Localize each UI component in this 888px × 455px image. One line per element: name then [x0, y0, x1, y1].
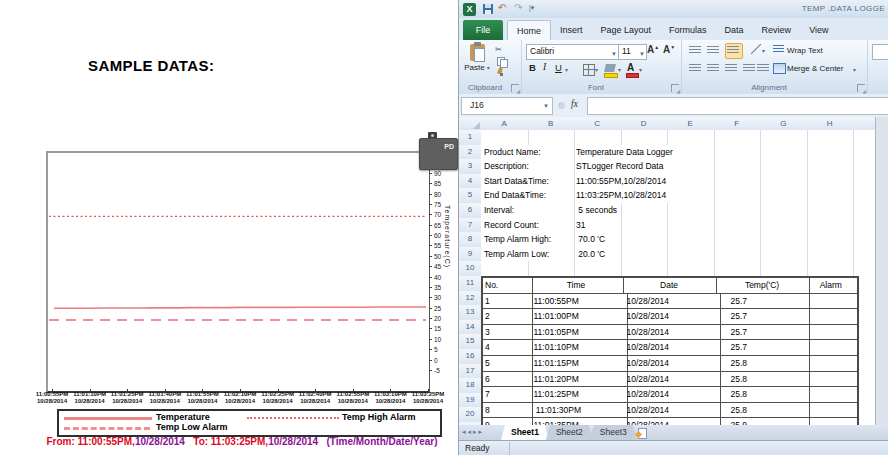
- table-row[interactable]: 611:01:20PM10/28/201425.8: [483, 372, 857, 388]
- sheet-nav-buttons[interactable]: ◂◂▸▸: [462, 428, 484, 436]
- grid-cell[interactable]: 10/28/2014: [623, 340, 721, 355]
- fill-color-icon[interactable]: [604, 64, 616, 72]
- grid-cell[interactable]: 10/28/2014: [623, 356, 721, 371]
- grid-cell[interactable]: 11:00:55PM: [530, 294, 628, 309]
- undo-icon[interactable]: ↶: [498, 2, 506, 13]
- align-bottom-button-active[interactable]: [725, 43, 743, 59]
- column-header-G[interactable]: G: [760, 117, 808, 131]
- copy-button[interactable]: [495, 56, 515, 67]
- row-header-5[interactable]: 5: [459, 188, 482, 204]
- row-header-2[interactable]: 2: [459, 145, 482, 161]
- underline-dropdown-icon[interactable]: ▾: [565, 66, 568, 73]
- row-header-11[interactable]: 11: [459, 276, 482, 292]
- grid-row[interactable]: Start Data&Time:11:00:55PM,10/28/2014: [481, 174, 876, 190]
- row-header-9[interactable]: 9: [459, 247, 482, 263]
- grid-cell[interactable]: 10/28/2014: [623, 325, 721, 340]
- tab-home[interactable]: Home: [507, 20, 551, 41]
- row-header-4[interactable]: 4: [459, 174, 482, 190]
- grid-cell[interactable]: 1: [483, 294, 533, 309]
- row-header-13[interactable]: 13: [459, 305, 482, 321]
- row-header-19[interactable]: 19: [459, 393, 482, 409]
- font-name-combo[interactable]: Calibri▼: [526, 44, 619, 60]
- grid-cell[interactable]: 25.8: [716, 356, 810, 371]
- font-size-combo[interactable]: 11▼: [618, 44, 647, 60]
- column-header-A[interactable]: A: [481, 117, 529, 131]
- column-header-D[interactable]: D: [621, 117, 669, 131]
- grid-cell[interactable]: [809, 340, 858, 355]
- grid-cell[interactable]: 7: [483, 387, 533, 402]
- grid-row[interactable]: Temp Alarm High: 70.0 'C: [481, 232, 876, 248]
- shrink-font-button[interactable]: A▼: [663, 44, 675, 55]
- number-format-combo[interactable]: [872, 44, 888, 60]
- table-row[interactable]: 711:01:25PM10/28/201425.8: [483, 387, 857, 403]
- merge-dropdown-icon[interactable]: ▾: [853, 66, 856, 73]
- quick-access-dropdown-icon[interactable]: |▾: [529, 4, 534, 12]
- align-left-button[interactable]: [689, 64, 701, 73]
- row-header-12[interactable]: 12: [459, 291, 482, 307]
- record-table-header[interactable]: No.TimeDateTemp('C)Alarm: [483, 278, 857, 294]
- underline-button[interactable]: U: [555, 62, 562, 73]
- table-row[interactable]: 311:01:05PM10/28/201425.7: [483, 325, 857, 341]
- grid-cell[interactable]: 10/28/2014: [623, 418, 721, 425]
- grow-font-button[interactable]: A▲: [647, 44, 659, 55]
- grid-cell[interactable]: 6: [483, 372, 533, 387]
- orientation-button[interactable]: [751, 44, 761, 54]
- table-row[interactable]: 111:00:55PM10/28/201425.7: [483, 294, 857, 310]
- title-bar[interactable]: X ↶ ↷ |▾ TEMP .DATA LOGGE: [459, 0, 888, 18]
- select-all-corner[interactable]: [459, 117, 482, 131]
- formula-input[interactable]: [587, 97, 888, 115]
- sheet-tab-sheet3[interactable]: Sheet3: [590, 425, 637, 440]
- row-header-10[interactable]: 10: [459, 261, 482, 277]
- tab-review[interactable]: Review: [753, 20, 801, 40]
- grid-cell[interactable]: [809, 325, 858, 340]
- grid-cell[interactable]: 2: [483, 309, 533, 324]
- grid-cell[interactable]: 3: [483, 325, 533, 340]
- align-middle-button[interactable]: [707, 46, 719, 55]
- grid-cell[interactable]: Date: [623, 278, 717, 293]
- tab-page-layout[interactable]: Page Layout: [592, 20, 661, 40]
- grid-cell[interactable]: [809, 403, 858, 418]
- font-dialog-launcher-icon[interactable]: [671, 84, 679, 92]
- column-header-E[interactable]: E: [667, 117, 715, 131]
- borders-dropdown-icon[interactable]: ▾: [595, 66, 598, 73]
- grid-cell[interactable]: 25.7: [716, 340, 810, 355]
- row-header-7[interactable]: 7: [459, 218, 482, 234]
- row-header-18[interactable]: 18: [459, 378, 482, 394]
- grid-cell[interactable]: 11:01:25PM: [530, 387, 628, 402]
- italic-button[interactable]: I: [543, 62, 546, 72]
- format-painter-button[interactable]: [495, 67, 515, 78]
- vertical-scrollbar[interactable]: [875, 117, 888, 425]
- grid-cell[interactable]: 25.9: [716, 418, 810, 425]
- grid-cell[interactable]: 11:01:15PM: [530, 356, 628, 371]
- grid-cell[interactable]: No.: [483, 278, 533, 293]
- grid-row[interactable]: Product Name:Temperature Data Logger: [481, 145, 876, 161]
- table-row[interactable]: 211:01:00PM10/28/201425.7: [483, 309, 857, 325]
- paste-button[interactable]: Paste ▾: [464, 44, 490, 82]
- font-color-button[interactable]: A: [627, 62, 634, 73]
- name-box-dropdown-icon[interactable]: ▼: [540, 97, 553, 115]
- tab-file[interactable]: File: [463, 20, 503, 40]
- bold-button[interactable]: B: [529, 62, 536, 73]
- grid-cell[interactable]: 5: [483, 356, 533, 371]
- row-header-17[interactable]: 17: [459, 364, 482, 380]
- grid-cell[interactable]: 25.8: [716, 372, 810, 387]
- column-header-B[interactable]: B: [528, 117, 576, 131]
- grid-cell[interactable]: 11:01:30PM: [530, 403, 628, 418]
- alignment-dialog-launcher-icon[interactable]: [857, 84, 865, 92]
- grid-cell[interactable]: [809, 387, 858, 402]
- column-header-H[interactable]: H: [807, 117, 855, 131]
- grid-cell[interactable]: 4: [483, 340, 533, 355]
- table-row[interactable]: 8 11:01:30PM10/28/201425.8: [483, 403, 857, 419]
- column-header-F[interactable]: F: [714, 117, 762, 131]
- font-color-dropdown-icon[interactable]: ▾: [639, 66, 642, 73]
- save-icon[interactable]: [483, 4, 493, 14]
- grid-cell[interactable]: 10/28/2014: [623, 387, 721, 402]
- tab-data[interactable]: Data: [716, 20, 753, 40]
- grid-cell[interactable]: 25.7: [716, 325, 810, 340]
- grid-cell[interactable]: 11:01:05PM: [530, 325, 628, 340]
- grid-cell[interactable]: 25.7: [716, 294, 810, 309]
- grid-cell[interactable]: 10/28/2014: [623, 309, 721, 324]
- grid-row[interactable]: Interval: 5 seconds: [481, 203, 876, 219]
- grid-row[interactable]: Record Count:31: [481, 218, 876, 234]
- name-box[interactable]: J16: [461, 97, 549, 115]
